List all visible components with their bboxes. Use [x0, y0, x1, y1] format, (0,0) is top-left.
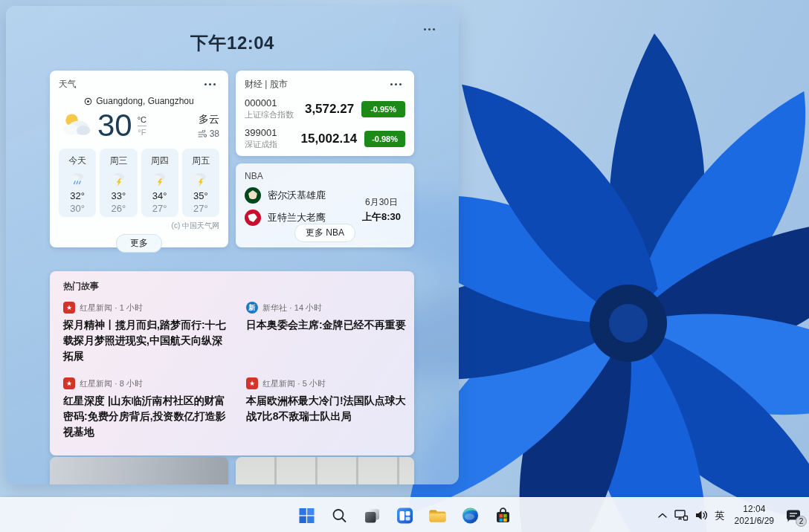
ellipsis-icon — [204, 83, 216, 85]
news-headline[interactable]: 红星深度 |山东临沂南村社区的财富密码:免费分房背后,投资数亿打造影视基地 — [63, 393, 228, 440]
stock-code: 000001 — [245, 97, 305, 108]
search-button[interactable] — [324, 500, 355, 531]
source-icon: ★ — [63, 302, 75, 314]
forecast-day: 周四 — [151, 155, 169, 167]
chevron-up-icon — [657, 510, 668, 521]
forecast-high: 33° — [112, 190, 126, 201]
stock-value: 3,572.27 — [305, 102, 361, 117]
edge-icon — [461, 507, 479, 525]
volume-icon — [694, 509, 709, 522]
forecast-day: 周五 — [192, 155, 210, 167]
team-row: 密尔沃基雄鹿 — [245, 187, 362, 204]
news-item[interactable]: ★ 红星新闻 · 8 小时 红星深度 |山东临沂南村社区的财富密码:免费分房背后… — [63, 377, 228, 440]
file-explorer-button[interactable] — [422, 500, 453, 531]
taskbar: 英 12:04 2021/6/29 2 — [0, 497, 809, 532]
panel-settings-button[interactable] — [419, 22, 439, 36]
edge-button[interactable] — [455, 500, 486, 531]
folder-icon — [428, 507, 447, 525]
weather-condition: 多云 — [198, 113, 219, 126]
news-image-card[interactable] — [50, 457, 228, 484]
location-pin-icon — [84, 97, 92, 106]
taskbar-time: 12:04 — [735, 504, 774, 516]
bucks-logo-icon — [245, 187, 261, 204]
stock-row[interactable]: 000001 上证综合指数 3,572.27 -0.95% — [245, 97, 405, 120]
team-name: 亚特兰大老鹰 — [268, 211, 326, 224]
stock-change-badge: -0.98% — [364, 131, 405, 147]
weather-location: Guangdong, Guangzhou — [96, 96, 193, 106]
source-icon: ★ — [246, 377, 258, 389]
weather-widget[interactable]: 天气 Guangdong, Guangzhou 30 °C °F 多云 — [50, 71, 228, 247]
taskview-button[interactable] — [357, 500, 387, 531]
storm-icon — [152, 171, 167, 186]
source-icon: 新 — [246, 302, 258, 314]
forecast-high: 35° — [193, 190, 208, 201]
forecast-low: 27° — [152, 203, 167, 214]
news-meta-text: 新华社 · 14 小时 — [262, 302, 322, 314]
stock-value: 15,002.14 — [300, 132, 364, 146]
news-item[interactable]: ★ 红星新闻 · 5 小时 本届欧洲杯最大冷门!法国队点球大战7比8不敌瑞士队出… — [246, 377, 411, 440]
panel-time: 下午12:04 — [6, 31, 459, 55]
start-icon — [297, 507, 315, 525]
store-button[interactable] — [488, 500, 518, 531]
news-meta-text: 红星新闻 · 1 小时 — [80, 302, 143, 314]
stock-change-badge: -0.95% — [361, 101, 405, 117]
ime-indicator[interactable]: 英 — [714, 509, 726, 522]
news-headline[interactable]: 本届欧洲杯最大冷门!法国队点球大战7比8不敌瑞士队出局 — [246, 393, 411, 424]
ellipsis-icon — [390, 83, 402, 85]
forecast-tile[interactable]: 周五 35° 27° — [182, 149, 219, 217]
nba-widget[interactable]: NBA 密尔沃基雄鹿 亚特兰大老鹰 6月30日 上午8:30 更多 NBA — [236, 163, 414, 247]
stocks-menu-button[interactable] — [386, 79, 405, 91]
stock-name: 上证综合指数 — [245, 109, 305, 120]
start-button[interactable] — [291, 500, 322, 531]
stocks-title: 财经 | 股市 — [245, 78, 288, 91]
notification-center-button[interactable]: 2 — [782, 505, 805, 527]
weather-menu-button[interactable] — [200, 79, 219, 91]
forecast-tile[interactable]: 周三 33° 26° — [100, 149, 137, 217]
news-meta-text: 红星新闻 · 8 小时 — [80, 378, 143, 389]
forecast-tile[interactable]: 今天 32° 30° — [59, 149, 96, 217]
source-icon: ★ — [63, 377, 75, 389]
volume-button[interactable] — [694, 501, 709, 531]
temp-unit-toggle[interactable]: °C °F — [138, 115, 146, 137]
weather-attribution: (c) 中国天气网 — [59, 221, 219, 231]
stocks-widget[interactable]: 财经 | 股市 000001 上证综合指数 3,572.27 -0.95% 39… — [236, 71, 414, 156]
ellipsis-icon — [424, 28, 435, 30]
storm-icon — [111, 171, 126, 186]
news-meta-text: 红星新闻 · 5 小时 — [262, 378, 326, 389]
network-button[interactable] — [674, 501, 689, 531]
team-name: 密尔沃基雄鹿 — [268, 189, 326, 202]
forecast-high: 34° — [152, 190, 167, 201]
forecast-low: 26° — [112, 203, 126, 214]
forecast-tile[interactable]: 周四 34° 27° — [141, 149, 178, 217]
widgets-panel: 下午12:04 天气 Guangdong, Guangzhou 30 °C °F — [6, 6, 459, 484]
weather-title: 天气 — [59, 78, 77, 91]
stock-row[interactable]: 399001 深证成指 15,002.14 -0.98% — [245, 127, 405, 150]
taskbar-clock[interactable]: 12:04 2021/6/29 — [732, 504, 777, 527]
widgets-button[interactable] — [390, 500, 420, 531]
stock-code: 399001 — [245, 127, 300, 138]
news-section-title: 热门故事 — [63, 280, 401, 293]
nba-more-button[interactable]: 更多 NBA — [294, 224, 355, 242]
forecast-high: 32° — [70, 190, 85, 201]
search-icon — [330, 507, 348, 525]
news-item[interactable]: 新 新华社 · 14 小时 日本奥委会主席:金牌已经不再重要 — [246, 302, 411, 364]
current-temp: 30 — [97, 110, 132, 141]
weather-more-button[interactable]: 更多 — [116, 234, 162, 253]
sun-behind-cloud-icon — [59, 109, 94, 142]
rain-icon — [70, 171, 86, 186]
top-stories-widget: 热门故事 ★ 红星新闻 · 1 小时 探月精神丨揽月而归,踏梦而行:十七载探月梦… — [50, 271, 414, 455]
hidden-icons-button[interactable] — [657, 501, 668, 531]
news-item[interactable]: ★ 红星新闻 · 1 小时 探月精神丨揽月而归,踏梦而行:十七载探月梦照进现实,… — [63, 302, 228, 364]
news-headline[interactable]: 日本奥委会主席:金牌已经不再重要 — [246, 317, 411, 333]
notification-badge: 2 — [796, 516, 807, 527]
store-icon — [494, 507, 512, 525]
news-headline[interactable]: 探月精神丨揽月而归,踏梦而行:十七载探月梦照进现实,中国航天向纵深拓展 — [63, 317, 228, 364]
storm-icon — [193, 171, 208, 186]
widgets-icon — [396, 507, 413, 525]
aqi-value: 38 — [210, 129, 219, 139]
news-image-card[interactable] — [236, 457, 414, 484]
unit-celsius[interactable]: °C — [138, 115, 146, 126]
forecast-low: 30° — [70, 203, 85, 214]
game-time: 上午8:30 — [362, 210, 401, 224]
unit-fahrenheit[interactable]: °F — [138, 126, 146, 137]
